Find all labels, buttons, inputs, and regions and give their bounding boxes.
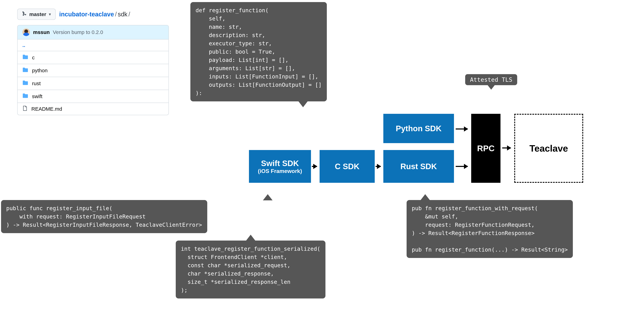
c-sdk-box: C SDK [320, 150, 375, 183]
branch-name: master [29, 11, 46, 17]
swift-sdk-box: Swift SDK (iOS Framework) [249, 150, 311, 183]
c-code-snippet: int teaclave_register_function_serialize… [176, 240, 326, 298]
file-name: README.md [31, 106, 62, 112]
folder-icon [22, 93, 28, 100]
python-sdk-text: Python SDK [396, 124, 442, 133]
repo-browser: master ▾ incubator-teaclave/sdk/ mssun V… [17, 9, 169, 115]
parent-dir-link[interactable]: .. [22, 42, 25, 48]
git-branch-icon [22, 11, 27, 18]
file-name: c [32, 55, 35, 61]
commit-author: mssun [33, 29, 50, 35]
folder-row[interactable]: python [18, 64, 168, 77]
breadcrumb: incubator-teaclave/sdk/ [59, 11, 131, 18]
branch-row: master ▾ incubator-teaclave/sdk/ [17, 9, 169, 20]
swift-sdk-text: Swift SDK [261, 159, 299, 168]
folder-row[interactable]: rust [18, 77, 168, 90]
teaclave-text: Teaclave [530, 143, 568, 154]
file-row[interactable]: README.md [18, 103, 168, 115]
rpc-box: RPC [471, 114, 500, 183]
folder-row[interactable]: c [18, 51, 168, 64]
rpc-text: RPC [477, 144, 494, 153]
python-code-snippet: def register_function( self, name: str, … [190, 2, 327, 101]
breadcrumb-path: sdk [118, 11, 128, 18]
parent-dir-row[interactable]: .. [18, 40, 168, 51]
swift-code-snippet: public func register_input_file( with re… [1, 200, 207, 233]
commit-message: Version bump to 0.2.0 [53, 29, 103, 35]
swift-sdk-subtext: (iOS Framework) [258, 168, 302, 174]
c-sdk-text: C SDK [335, 162, 360, 171]
file-name: python [32, 68, 48, 74]
teaclave-box: Teaclave [514, 114, 583, 183]
avatar [22, 29, 30, 36]
branch-select-button[interactable]: master ▾ [17, 9, 56, 20]
file-name: rust [32, 81, 41, 86]
arrow-icon [456, 166, 468, 167]
breadcrumb-repo-link[interactable]: incubator-teaclave [59, 11, 114, 18]
attested-tls-label: Attested TLS [465, 74, 517, 85]
folder-icon [22, 54, 28, 61]
rust-sdk-box: Rust SDK [383, 150, 454, 183]
folder-icon [22, 80, 28, 87]
folder-icon [22, 67, 28, 74]
rust-sdk-text: Rust SDK [400, 162, 437, 171]
caret-down-icon: ▾ [49, 12, 51, 17]
folder-row[interactable]: swift [18, 90, 168, 103]
latest-commit-row[interactable]: mssun Version bump to 0.2.0 [18, 25, 168, 40]
rust-code-snippet: pub fn register_function_with_request( &… [406, 200, 573, 258]
file-name: swift [32, 94, 42, 99]
arrow-icon [456, 128, 468, 130]
arrow-icon [502, 147, 511, 148]
arrow-icon [312, 166, 317, 167]
file-list: mssun Version bump to 0.2.0 .. cpythonru… [17, 25, 169, 115]
file-icon [22, 106, 28, 112]
arrow-icon [376, 166, 381, 167]
python-sdk-box: Python SDK [383, 114, 454, 143]
